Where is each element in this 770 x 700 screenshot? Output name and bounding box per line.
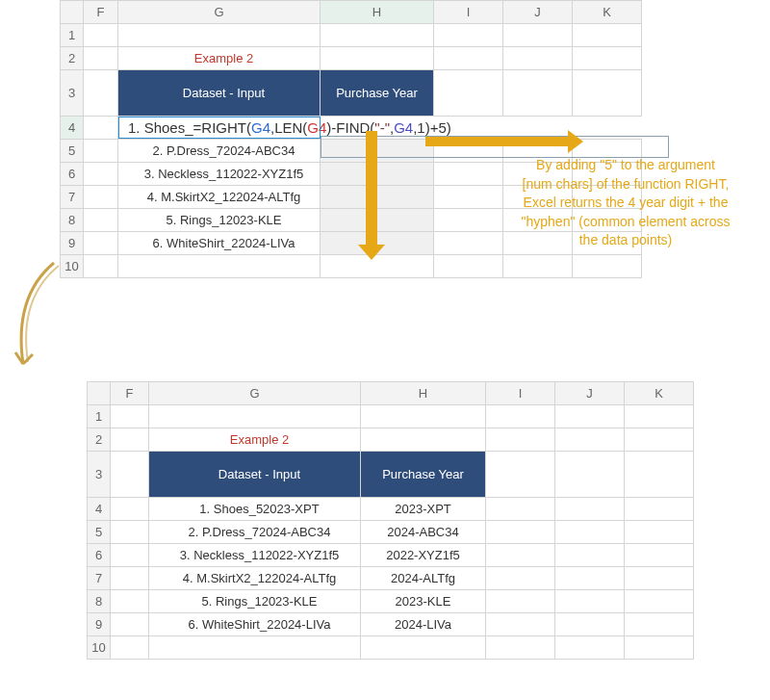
cell[interactable] bbox=[625, 405, 694, 428]
cell[interactable] bbox=[111, 567, 149, 590]
col-header-i[interactable]: I bbox=[434, 1, 503, 24]
cell[interactable] bbox=[625, 613, 694, 636]
col-header-f[interactable]: F bbox=[84, 1, 118, 24]
example-title[interactable]: Example 2 bbox=[118, 47, 321, 70]
corner-cell[interactable] bbox=[88, 382, 111, 405]
cell[interactable] bbox=[434, 255, 503, 278]
cell[interactable] bbox=[486, 521, 555, 544]
cell[interactable] bbox=[111, 613, 149, 636]
cell[interactable] bbox=[555, 636, 625, 660]
header-dataset[interactable]: Dataset - Input bbox=[149, 452, 361, 498]
year-cell[interactable]: 2024-ALTfg bbox=[361, 567, 486, 590]
row-header[interactable]: 1 bbox=[61, 24, 84, 47]
cell[interactable] bbox=[111, 498, 149, 521]
cell[interactable] bbox=[118, 24, 321, 47]
row-header[interactable]: 2 bbox=[61, 47, 84, 70]
cell[interactable] bbox=[84, 186, 118, 209]
year-cell[interactable]: 2023-KLE bbox=[361, 590, 486, 613]
cell[interactable] bbox=[625, 428, 694, 452]
dataset-cell[interactable]: 5. Rings_12023-KLE bbox=[149, 590, 361, 613]
row-header[interactable]: 6 bbox=[61, 163, 84, 186]
cell[interactable] bbox=[434, 47, 503, 70]
col-header-h[interactable]: H bbox=[321, 1, 434, 24]
cell[interactable] bbox=[555, 521, 625, 544]
header-dataset[interactable]: Dataset - Input bbox=[118, 70, 321, 117]
cell[interactable] bbox=[486, 544, 555, 567]
cell[interactable] bbox=[503, 47, 573, 70]
cell[interactable] bbox=[361, 405, 486, 428]
row-header[interactable]: 8 bbox=[61, 209, 84, 232]
cell[interactable] bbox=[84, 47, 118, 70]
row-header[interactable]: 9 bbox=[61, 232, 84, 255]
cell[interactable] bbox=[625, 521, 694, 544]
dataset-cell[interactable]: 4. M.SkirtX2_122024-ALTfg bbox=[149, 567, 361, 590]
cell[interactable] bbox=[149, 636, 361, 660]
row-header[interactable]: 5 bbox=[61, 140, 84, 163]
cell[interactable] bbox=[434, 209, 503, 232]
cell[interactable] bbox=[503, 255, 573, 278]
row-header[interactable]: 4 bbox=[88, 498, 111, 521]
row-header[interactable]: 6 bbox=[88, 544, 111, 567]
cell[interactable] bbox=[486, 590, 555, 613]
row-header[interactable]: 8 bbox=[88, 590, 111, 613]
year-cell[interactable]: 2022-XYZ1f5 bbox=[361, 544, 486, 567]
cell[interactable] bbox=[486, 452, 555, 498]
cell[interactable] bbox=[555, 498, 625, 521]
cell[interactable] bbox=[434, 163, 503, 186]
cell[interactable] bbox=[625, 567, 694, 590]
cell[interactable] bbox=[555, 405, 625, 428]
dataset-cell[interactable]: 4. M.SkirtX2_122024-ALTfg bbox=[118, 186, 321, 209]
cell[interactable] bbox=[434, 186, 503, 209]
cell[interactable] bbox=[625, 498, 694, 521]
dataset-cell[interactable]: 2. P.Dress_72024-ABC34 bbox=[118, 140, 321, 163]
cell[interactable] bbox=[84, 70, 118, 117]
cell[interactable] bbox=[118, 255, 321, 278]
cell[interactable] bbox=[486, 428, 555, 452]
row-header[interactable]: 9 bbox=[88, 613, 111, 636]
cell[interactable] bbox=[555, 428, 625, 452]
corner-cell[interactable] bbox=[61, 1, 84, 24]
col-header-i[interactable]: I bbox=[486, 382, 555, 405]
cell[interactable] bbox=[625, 544, 694, 567]
cell[interactable] bbox=[486, 405, 555, 428]
col-header-f[interactable]: F bbox=[111, 382, 149, 405]
cell[interactable] bbox=[625, 636, 694, 660]
cell[interactable] bbox=[111, 405, 149, 428]
row-header[interactable]: 7 bbox=[61, 186, 84, 209]
cell[interactable] bbox=[361, 428, 486, 452]
col-header-g[interactable]: G bbox=[149, 382, 361, 405]
cell[interactable] bbox=[486, 636, 555, 660]
cell[interactable] bbox=[503, 24, 573, 47]
cell[interactable] bbox=[84, 255, 118, 278]
cell[interactable] bbox=[84, 24, 118, 47]
cell[interactable] bbox=[361, 636, 486, 660]
cell[interactable] bbox=[625, 452, 694, 498]
cell[interactable] bbox=[434, 24, 503, 47]
cell[interactable] bbox=[111, 521, 149, 544]
cell[interactable] bbox=[573, 47, 642, 70]
cell[interactable] bbox=[503, 70, 573, 117]
row-header[interactable]: 1 bbox=[88, 405, 111, 428]
year-cell[interactable]: 2023-XPT bbox=[361, 498, 486, 521]
formula-cell[interactable]: 1. Shoes_=RIGHT(G4,LEN(G4)-FIND("-",G4,1… bbox=[118, 117, 642, 140]
dataset-cell[interactable]: 2. P.Dress_72024-ABC34 bbox=[149, 521, 361, 544]
row-header[interactable]: 2 bbox=[88, 428, 111, 452]
cell[interactable] bbox=[486, 567, 555, 590]
dataset-cell[interactable]: 3. Neckless_112022-XYZ1f5 bbox=[149, 544, 361, 567]
cell[interactable] bbox=[84, 163, 118, 186]
cell[interactable] bbox=[84, 232, 118, 255]
cell[interactable] bbox=[555, 544, 625, 567]
row-header[interactable]: 5 bbox=[88, 521, 111, 544]
dataset-cell[interactable]: 3. Neckless_112022-XYZ1f5 bbox=[118, 163, 321, 186]
row-header[interactable]: 3 bbox=[61, 70, 84, 117]
cell[interactable] bbox=[434, 70, 503, 117]
row-header[interactable]: 4 bbox=[61, 117, 84, 140]
row-header[interactable]: 10 bbox=[88, 636, 111, 660]
dataset-cell[interactable]: 1. Shoes_52023-XPT bbox=[149, 498, 361, 521]
cell[interactable] bbox=[149, 405, 361, 428]
cell[interactable] bbox=[555, 590, 625, 613]
cell[interactable] bbox=[573, 24, 642, 47]
col-header-j[interactable]: J bbox=[503, 1, 573, 24]
row-header[interactable]: 3 bbox=[88, 452, 111, 498]
col-header-k[interactable]: K bbox=[625, 382, 694, 405]
